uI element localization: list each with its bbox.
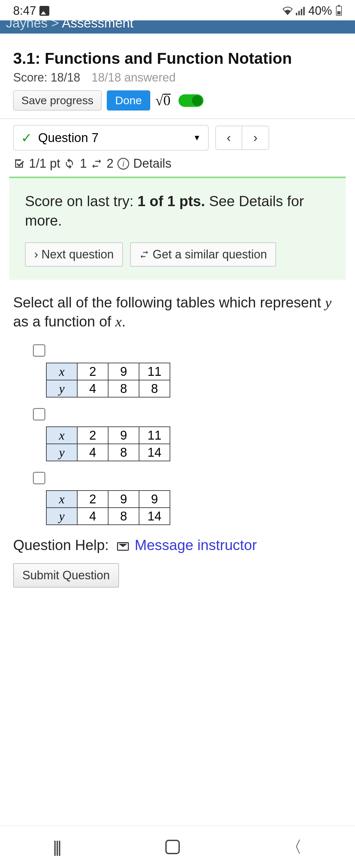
table-cell: 9: [139, 491, 170, 508]
breadcrumb-sep: >: [51, 20, 59, 30]
question-label: Question 7: [38, 131, 99, 145]
next-question-button[interactable]: ›: [242, 126, 268, 149]
similar-question-label: Get a similar question: [153, 248, 267, 261]
option-2: [13, 407, 342, 421]
submit-question-button[interactable]: Submit Question: [13, 563, 119, 588]
image-icon: [39, 6, 49, 16]
table-cell: y: [46, 508, 77, 525]
retry-icon: [64, 158, 76, 169]
signal-icon: [296, 6, 306, 16]
points-row: 1/1 pt 1 2 i Details: [13, 156, 342, 177]
retry-count: 1: [80, 156, 87, 170]
status-time: 8:47: [13, 4, 36, 18]
option-3-checkbox[interactable]: [33, 472, 45, 484]
battery-icon: [336, 6, 342, 16]
table-cell: 11: [139, 427, 170, 444]
android-nav-bar: ||| 〈: [0, 825, 355, 868]
table-cell: 2: [77, 427, 108, 444]
table-3: x299 y4814: [46, 490, 170, 525]
regen-count: 2: [106, 156, 114, 170]
regen-icon: [139, 250, 149, 259]
toggle-switch[interactable]: [179, 94, 203, 107]
table-cell: 2: [77, 363, 108, 380]
svg-rect-1: [298, 11, 300, 16]
breadcrumb: Jaynes > Assessment: [0, 20, 355, 34]
table-cell: 11: [139, 363, 170, 380]
regen-icon: [91, 158, 102, 169]
chevron-right-icon: ›: [34, 248, 38, 261]
prompt-var-y: y: [325, 294, 332, 311]
option-3: [13, 470, 342, 484]
info-icon: i: [117, 158, 129, 169]
prompt-text-b: as a function of: [13, 313, 116, 330]
question-nav-arrows: ‹ ›: [215, 126, 269, 150]
message-instructor-link[interactable]: Message instructor: [135, 537, 257, 553]
prompt-text-c: .: [122, 313, 126, 330]
table-2: x2911 y4814: [46, 427, 170, 461]
table-cell: y: [46, 380, 77, 397]
table-cell: 8: [108, 508, 139, 525]
table-cell: 9: [108, 491, 139, 508]
score-label: Score: 18/18: [13, 71, 80, 84]
wifi-icon: [282, 6, 293, 16]
prompt-var-x: x: [116, 314, 122, 330]
nav-recent-button[interactable]: |||: [53, 837, 60, 857]
nav-home-button[interactable]: [165, 840, 180, 854]
table-cell: 2: [77, 491, 108, 508]
table-cell: 4: [77, 380, 108, 397]
help-label: Question Help:: [13, 537, 109, 553]
save-progress-button[interactable]: Save progress: [13, 90, 102, 111]
similar-question-button[interactable]: Get a similar question: [130, 242, 276, 267]
answered-label: 18/18 answered: [91, 71, 175, 84]
table-cell: 9: [108, 427, 139, 444]
table-cell: 14: [139, 444, 170, 461]
table-cell: x: [46, 363, 77, 380]
done-button[interactable]: Done: [107, 90, 150, 111]
table-cell: 4: [77, 508, 108, 525]
table-cell: x: [46, 427, 77, 444]
score-card: Score on last try: 1 of 1 pts. See Detai…: [9, 177, 346, 280]
table-1: x2911 y488: [46, 363, 170, 398]
page-title: 3.1: Functions and Function Notation: [13, 49, 342, 67]
table-cell: 8: [108, 380, 139, 397]
next-question-label: Next question: [41, 248, 114, 261]
check-icon: ✓: [21, 130, 32, 145]
checkbox-icon: [13, 158, 25, 169]
chevron-down-icon: ▼: [193, 133, 201, 143]
table-cell: 9: [108, 363, 139, 380]
table-cell: 8: [108, 444, 139, 461]
svg-rect-2: [301, 9, 302, 16]
points-fraction: 1/1 pt: [29, 156, 60, 170]
svg-rect-0: [296, 13, 297, 16]
scorecard-prefix: Score on last try:: [25, 193, 137, 209]
details-link[interactable]: Details: [133, 156, 171, 170]
breadcrumb-b[interactable]: Assessment: [62, 20, 133, 30]
table-cell: x: [46, 491, 77, 508]
status-bar: 8:47 40%: [0, 0, 355, 20]
option-1: [13, 343, 342, 357]
table-cell: 8: [139, 380, 170, 397]
scorecard-bold: 1 of 1 pts.: [137, 193, 205, 209]
table-cell: 14: [139, 508, 170, 525]
question-prompt: Select all of the following tables which…: [13, 293, 342, 331]
prev-question-button[interactable]: ‹: [216, 126, 242, 149]
next-question-card-button[interactable]: › Next question: [25, 242, 123, 267]
status-battery: 40%: [308, 4, 332, 18]
svg-rect-3: [303, 7, 305, 16]
separator: [0, 118, 355, 119]
option-1-checkbox[interactable]: [33, 344, 45, 357]
mail-icon: [117, 542, 129, 551]
question-dropdown[interactable]: ✓ Question 7 ▼: [13, 125, 209, 151]
nav-back-button[interactable]: 〈: [286, 836, 302, 858]
prompt-text-a: Select all of the following tables which…: [13, 294, 325, 310]
table-cell: y: [46, 444, 77, 461]
option-2-checkbox[interactable]: [33, 408, 45, 421]
math-input-icon[interactable]: 0: [156, 92, 173, 109]
table-cell: 4: [77, 444, 108, 461]
breadcrumb-a[interactable]: Jaynes: [6, 20, 48, 30]
